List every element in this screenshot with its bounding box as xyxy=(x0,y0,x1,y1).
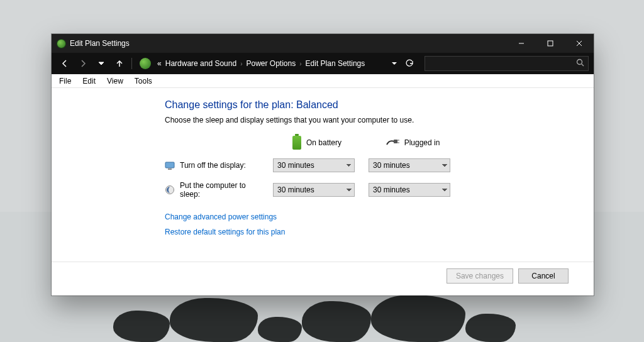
sleep-battery-select[interactable]: 30 minutes xyxy=(273,183,355,197)
save-button[interactable]: Save changes xyxy=(447,268,513,284)
display-battery-select[interactable]: 30 minutes xyxy=(273,158,355,172)
edit-plan-settings-window: Edit Plan Settings xyxy=(52,34,594,295)
search-input[interactable] xyxy=(425,56,589,71)
page-subheading: Choose the sleep and display settings th… xyxy=(165,116,569,124)
breadcrumb-dropdown[interactable] xyxy=(390,60,399,67)
breadcrumb-prefix: « xyxy=(157,59,162,68)
svg-point-4 xyxy=(577,60,582,65)
menu-edit[interactable]: Edit xyxy=(77,75,101,87)
display-icon xyxy=(165,160,175,170)
row-label-display: Turn off the display: xyxy=(165,160,265,170)
recent-locations-button[interactable] xyxy=(94,55,109,72)
chevron-right-icon[interactable]: › xyxy=(299,60,301,67)
sleep-plugged-select[interactable]: 30 minutes xyxy=(369,183,450,197)
column-header-battery: On battery xyxy=(273,136,361,150)
nav-up-button[interactable] xyxy=(112,55,128,72)
breadcrumb[interactable]: « Hardware and Sound › Power Options › E… xyxy=(136,58,369,69)
window-title: Edit Plan Settings xyxy=(70,39,130,48)
row-label-sleep: Put the computer to sleep: xyxy=(165,181,265,199)
restore-defaults-link[interactable]: Restore default settings for this plan xyxy=(165,228,569,236)
breadcrumb-item[interactable]: Hardware and Sound xyxy=(165,59,236,68)
nav-forward-button[interactable] xyxy=(75,55,91,72)
cancel-button[interactable]: Cancel xyxy=(518,268,569,284)
sleep-icon xyxy=(165,185,175,195)
display-plugged-select[interactable]: 30 minutes xyxy=(369,158,450,172)
address-bar: « Hardware and Sound › Power Options › E… xyxy=(52,53,594,74)
search-icon xyxy=(576,58,584,69)
svg-rect-10 xyxy=(168,168,172,170)
svg-rect-9 xyxy=(165,162,174,168)
plug-icon xyxy=(386,138,399,147)
menu-bar: File Edit View Tools xyxy=(52,74,594,88)
minimize-button[interactable] xyxy=(507,34,536,53)
content-area: Change settings for the plan: Balanced C… xyxy=(52,88,594,262)
page-heading: Change settings for the plan: Balanced xyxy=(165,99,569,111)
control-panel-icon xyxy=(140,58,151,69)
menu-view[interactable]: View xyxy=(102,75,128,87)
refresh-button[interactable] xyxy=(401,55,417,72)
breadcrumb-item[interactable]: Power Options xyxy=(246,59,296,68)
svg-rect-6 xyxy=(394,140,397,143)
chevron-right-icon[interactable]: › xyxy=(240,60,242,67)
footer: Save changes Cancel xyxy=(52,262,594,295)
battery-icon xyxy=(292,136,301,150)
menu-tools[interactable]: Tools xyxy=(130,75,157,87)
menu-file[interactable]: File xyxy=(54,75,76,87)
svg-rect-1 xyxy=(548,41,553,46)
column-header-plugged: Plugged in xyxy=(369,138,457,147)
title-bar[interactable]: Edit Plan Settings xyxy=(52,34,594,53)
nav-back-button[interactable] xyxy=(57,55,72,72)
svg-line-5 xyxy=(582,64,584,67)
advanced-settings-link[interactable]: Change advanced power settings xyxy=(165,212,569,221)
breadcrumb-item[interactable]: Edit Plan Settings xyxy=(306,59,365,68)
app-icon xyxy=(57,39,66,48)
maximize-button[interactable] xyxy=(536,34,565,53)
close-button[interactable] xyxy=(565,34,594,53)
